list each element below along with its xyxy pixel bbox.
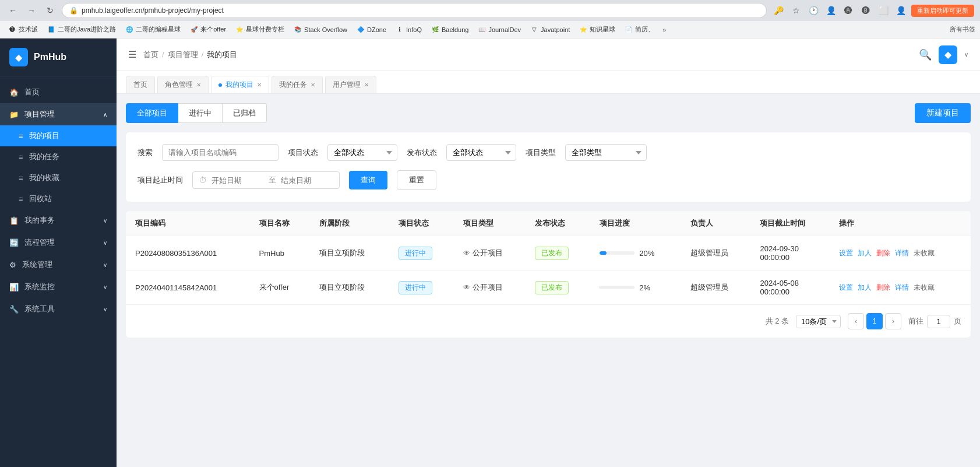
bookmark-zhishi[interactable]: ⭐ 知识星球 [576, 24, 619, 35]
profile-button[interactable]: 👤 [824, 3, 838, 17]
extensions-button[interactable]: 🔑 [771, 3, 785, 17]
date-range-picker[interactable]: ⏱ 至 [192, 171, 340, 189]
row2-delete-link[interactable]: 删除 [876, 283, 890, 293]
publish-select[interactable]: 全部状态 已发布 未发布 [446, 144, 516, 161]
sidebar-item-system-mgmt[interactable]: ⚙ 系统管理 ∨ [0, 254, 117, 276]
date-separator: 至 [269, 175, 276, 185]
url-bar[interactable]: 🔒 pmhub.laigeoffer.cn/pmhub-project/my-p… [62, 3, 767, 18]
type-btn-running[interactable]: 进行中 [178, 103, 223, 123]
breadcrumb-project-mgmt[interactable]: 项目管理 [168, 50, 198, 60]
search-input[interactable] [162, 144, 279, 161]
row2-add-member-link[interactable]: 加人 [858, 283, 872, 293]
sidebar-item-workflow[interactable]: 🔄 流程管理 ∨ [0, 231, 117, 254]
bookmark-stackoverflow[interactable]: 📚 Stack Overflow [290, 24, 351, 35]
tab-role-mgmt-close[interactable]: ✕ [196, 82, 201, 88]
all-bookmarks-button[interactable]: 所有书签 [950, 25, 975, 34]
my-tasks-icon: ≡ [19, 153, 23, 161]
col-deadline: 项目截止时间 [750, 211, 830, 236]
page-content: 全部项目 进行中 已归档 新建项目 搜索 项目状态 全部状态 进行中 已归档 [117, 94, 980, 467]
tab-my-tasks[interactable]: 我的任务 ✕ [272, 76, 323, 93]
bookmark-dzone[interactable]: 🔷 DZone [353, 24, 390, 35]
forward-button[interactable]: → [24, 3, 38, 17]
lock-icon: 🔒 [69, 6, 78, 15]
tab-my-project[interactable]: 我的项目 ✕ [211, 76, 269, 93]
browser-actions: 🔑 ☆ 🕐 👤 🅐 🅑 ⬜ 👤 重新启动即可更新 [771, 3, 974, 17]
publish-label: 发布状态 [407, 148, 437, 158]
row2-unfavorite-link[interactable]: 未收藏 [914, 283, 935, 293]
sidebar-item-home[interactable]: 🏠 首页 [0, 81, 117, 103]
tab-role-mgmt[interactable]: 角色管理 ✕ [157, 76, 209, 93]
tab-my-project-close[interactable]: ✕ [257, 82, 262, 88]
status-select[interactable]: 全部状态 进行中 已归档 [327, 144, 397, 161]
sidebar-item-project-mgmt[interactable]: 📁 项目管理 ∧ [0, 103, 117, 125]
refresh-button[interactable]: ↻ [43, 3, 57, 17]
sidebar-item-system-monitor[interactable]: 📊 系统监控 ∨ [0, 276, 117, 298]
bookmark-button[interactable]: ☆ [789, 3, 803, 17]
search-button[interactable]: 🔍 [919, 48, 932, 61]
row2-status-badge: 进行中 [399, 281, 432, 294]
history-button[interactable]: 🕐 [806, 3, 820, 17]
row2-progress-fill [600, 286, 600, 289]
tab-my-tasks-close[interactable]: ✕ [311, 82, 315, 88]
sidebar-item-my-tasks[interactable]: ≡ 我的任务 [0, 146, 117, 167]
new-project-button[interactable]: 新建项目 [915, 103, 971, 123]
back-button[interactable]: ← [6, 3, 20, 17]
type-btn-archived[interactable]: 已归档 [223, 103, 267, 123]
end-date-input[interactable] [281, 176, 333, 185]
bookmark-jishupai[interactable]: 🅣 技术派 [5, 24, 41, 35]
bookmark-infoq[interactable]: ℹ InfoQ [392, 24, 425, 35]
page-size-select[interactable]: 10条/页 20条/页 50条/页 [796, 315, 841, 328]
page-1-button[interactable]: 1 [866, 313, 883, 329]
row2-detail-link[interactable]: 详情 [895, 283, 909, 293]
bookmark-erge-java[interactable]: 📘 二哥的Java进阶之路 [44, 24, 119, 35]
sidebar-system-mgmt-label: 系统管理 [22, 259, 52, 270]
bookmarks-bar: 🅣 技术派 📘 二哥的Java进阶之路 🌐 二哥的编程星球 🚀 来个offer … [0, 21, 980, 38]
app-container: ◆ PmHub 🏠 首页 📁 项目管理 ∧ ≡ 我的项目 ≡ 我的任务 ≡ [0, 38, 980, 467]
tab-user-mgmt-close[interactable]: ✕ [364, 82, 369, 88]
sidebar-item-my-favorites[interactable]: ≡ 我的收藏 [0, 167, 117, 188]
row1-unfavorite-link[interactable]: 未收藏 [914, 248, 935, 258]
row1-name: PmHub [250, 236, 311, 271]
extension3-button[interactable]: ⬜ [876, 3, 890, 17]
row1-settings-link[interactable]: 设置 [839, 248, 853, 258]
query-button[interactable]: 查询 [349, 171, 387, 189]
row1-progress-track [600, 251, 634, 255]
tab-home[interactable]: 首页 [126, 76, 155, 93]
extension2-button[interactable]: 🅑 [859, 3, 873, 17]
bookmark-resume[interactable]: 📄 简历、 [621, 24, 658, 35]
bookmark-icon-resume: 📄 [625, 26, 633, 34]
sidebar-item-system-tools[interactable]: 🔧 系统工具 ∨ [0, 298, 117, 320]
sidebar-item-my-affairs[interactable]: 📋 我的事务 ∨ [0, 209, 117, 231]
bookmark-journaldev[interactable]: 📖 JournalDev [474, 24, 524, 35]
breadcrumb-home[interactable]: 首页 [143, 50, 158, 60]
more-bookmarks-button[interactable]: » [660, 25, 668, 34]
tab-user-mgmt[interactable]: 用户管理 ✕ [325, 76, 376, 93]
bookmark-xinqiu[interactable]: ⭐ 星球付费专栏 [232, 24, 288, 35]
extension1-button[interactable]: 🅐 [841, 3, 855, 17]
menu-toggle-button[interactable]: ☰ [128, 49, 136, 60]
bookmark-baeldung[interactable]: 🌿 Baeldung [428, 24, 473, 35]
row2-settings-link[interactable]: 设置 [839, 283, 853, 293]
start-date-input[interactable] [211, 176, 264, 185]
bookmark-javatpoint[interactable]: ▽ Javatpoint [527, 24, 573, 35]
prev-page-button[interactable]: ‹ [848, 313, 864, 329]
sidebar-item-my-project[interactable]: ≡ 我的项目 [0, 125, 117, 146]
type-select[interactable]: 全部类型 公开项目 私密项目 [565, 144, 647, 161]
tab-my-project-dot [218, 83, 222, 87]
restart-button[interactable]: 重新启动即可更新 [911, 5, 974, 17]
total-label: 共 2 条 [766, 316, 789, 326]
app-logo-button[interactable]: ◆ [939, 45, 957, 64]
top-header: ☰ 首页 / 项目管理 / 我的项目 🔍 ◆ ∨ [117, 38, 980, 71]
reset-button[interactable]: 重置 [397, 170, 436, 190]
goto-input[interactable] [927, 315, 950, 328]
row1-add-member-link[interactable]: 加人 [858, 248, 872, 258]
next-page-button[interactable]: › [885, 313, 901, 329]
bookmark-erge-star[interactable]: 🌐 二哥的编程星球 [122, 24, 184, 35]
type-btn-all[interactable]: 全部项目 [126, 103, 178, 123]
sidebar-item-recycle[interactable]: ≡ 回收站 [0, 188, 117, 209]
table-body: P20240808035136A001 PmHub 项目立项阶段 进行中 👁公开… [126, 236, 971, 305]
row1-delete-link[interactable]: 删除 [876, 248, 890, 258]
bookmark-laigoffer[interactable]: 🚀 来个offer [186, 24, 230, 35]
row1-detail-link[interactable]: 详情 [895, 248, 909, 258]
user-avatar-button[interactable]: 👤 [894, 3, 908, 17]
